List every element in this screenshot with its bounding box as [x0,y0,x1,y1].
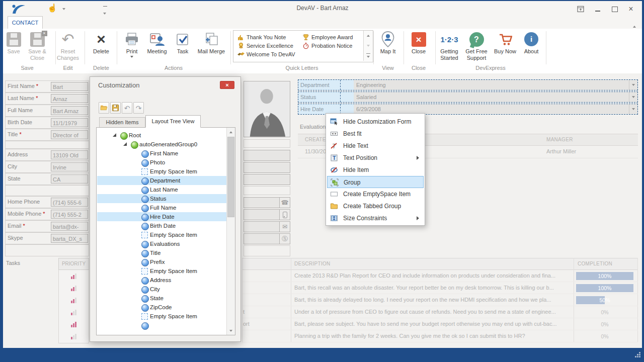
menu-item-best-fit[interactable]: Best fit [327,128,424,140]
dropdown-button[interactable] [629,104,637,114]
tree-node-city[interactable]: City [97,285,226,294]
delete-button[interactable]: × Delete [87,30,115,65]
tree-node-full-name[interactable]: Full Name [97,203,226,212]
scroll-down-button[interactable] [227,326,235,335]
tree-scrollbar[interactable] [226,128,235,335]
tree-node-address[interactable]: Address [97,276,226,285]
column-header-description[interactable]: DESCRIPTION [294,261,331,266]
quick-letter-thank-you-note[interactable]: Thank You Note [237,33,286,41]
tree-node-first-name[interactable]: First Name [97,149,226,158]
dialog-close-button[interactable]: × [220,81,234,89]
field-input-title[interactable]: Director of [51,130,88,139]
quick-letter-service-excellence[interactable]: Service Excellence [237,42,293,50]
save-button[interactable]: Save [3,30,25,65]
task-priority-cell[interactable] [58,318,89,330]
map-it-button[interactable]: Map It [375,30,401,65]
expander-icon[interactable] [123,142,127,146]
field-input-state[interactable]: CA [51,174,88,184]
task-priority-cell[interactable] [58,330,89,342]
menu-item-create-emptyspace-item[interactable]: Create EmptySpace Item [327,188,424,200]
field-box[interactable] [244,174,290,185]
get-free-support-button[interactable]: ? Get Free Support [463,30,490,65]
task-row[interactable]: Bart, this is already delayed too long. … [243,294,638,306]
field-input-full-name[interactable]: Bart Arnaz [51,106,88,115]
tree-node-status[interactable]: Status [97,194,226,203]
toolbar-redo-button[interactable]: ↷ [133,102,144,114]
tree-node-hire-date[interactable]: Hire Date [97,212,226,221]
task-row[interactable]: Bart, this recall was an absolute disast… [243,282,638,294]
tab-contact[interactable]: CONTACT [8,16,43,29]
tree-node-prefix[interactable]: Prefix [97,257,226,266]
tree-node-empty-space-item[interactable]: Empty Space Item [97,266,226,276]
task-row[interactable]: ortBart, please see subject. You have to… [243,318,638,330]
about-button[interactable]: i About [519,30,543,65]
expander-icon[interactable] [113,133,116,137]
gallery-expand-button[interactable] [364,51,373,61]
layout-item-department[interactable]: DepartmentEngineering [298,79,638,90]
field-input-skype[interactable]: barta_DX_s [51,234,88,243]
skype-box[interactable]: Ⓢ [244,233,290,244]
resize-grip[interactable] [634,351,641,360]
field-input-last-name[interactable]: Arnaz [51,94,88,103]
tree-node-zipcode[interactable]: ZipCode [97,303,226,312]
field-input-birth-date[interactable]: 11/1/1979 [51,118,88,127]
tab-layout-tree-view[interactable]: Layout Tree View [145,115,201,128]
ribbon-display-options-button[interactable] [574,4,588,14]
scrollbar-thumb[interactable] [227,137,234,217]
task-row[interactable]: tUnder a lot of pressure from CEO to fig… [243,306,638,318]
dropdown-button[interactable] [629,80,637,90]
tree-node-photo[interactable]: Photo [97,158,226,167]
tree-node-birth-date[interactable]: Birth Date [97,221,226,230]
menu-item-create-tabbed-group[interactable]: Create Tabbed Group [327,200,424,212]
tree-node-title[interactable]: Title [97,248,226,257]
field-box[interactable] [244,162,290,173]
toolbar-undo-button[interactable]: ↶ [122,102,132,114]
priority-column-header[interactable]: PRIORITY [58,258,89,270]
contact-photo[interactable] [244,81,290,137]
mobile-phone-box[interactable] [244,209,290,220]
getting-started-button[interactable]: 1·2·3 Getting Started [436,30,462,65]
menu-item-hide-customization-form[interactable]: Hide Customization Form [327,116,424,128]
buy-now-button[interactable]: Buy Now [491,30,520,65]
menu-item-hide-item[interactable]: Hide Item [327,164,424,176]
field-box[interactable] [244,150,290,161]
field-input-mobile-phone[interactable]: (714) 555-2 [51,210,88,219]
task-button[interactable]: Task [172,30,194,65]
task-priority-cell[interactable] [58,306,89,318]
tree-node-item[interactable] [97,321,226,330]
scroll-up-button[interactable] [227,128,235,136]
field-input-first-name[interactable]: Bart [51,82,88,91]
close-window-button[interactable]: × [624,4,638,14]
quick-letter-employee-award[interactable]: Employee Award [302,33,353,41]
toolbar-save-button[interactable] [110,102,121,114]
close-record-button[interactable]: × Close [406,30,432,65]
menu-item-group[interactable]: Group [327,176,424,188]
task-priority-cell[interactable] [58,270,89,282]
tab-hidden-items[interactable]: Hidden Items [99,117,145,128]
column-header-completion[interactable]: COMPLETION [578,261,612,266]
field-input-home-phone[interactable]: (714) 555-6 [51,198,88,207]
email-box[interactable]: ✉ [244,221,290,232]
print-button[interactable]: Print [121,30,143,65]
tree-node-last-name[interactable]: Last Name [97,185,226,194]
task-priority-cell[interactable] [58,294,89,306]
task-row[interactable]: Create 2013 R&D Plan Report for CEO and … [243,270,638,282]
quick-letter-welcome-to-devav[interactable]: Welcome To DevAV [237,50,295,58]
menu-item-text-position[interactable]: TText Position [327,152,424,164]
maximize-button[interactable] [608,4,622,14]
tree-node-empty-space-item[interactable]: Empty Space Item [97,312,226,321]
column-header-manager[interactable]: MANAGER [546,137,573,142]
task-row[interactable]: Planning a trip with the family for 2 we… [243,330,638,342]
tree-node-empty-space-item[interactable]: Empty Space Item [97,167,226,176]
meeting-button[interactable]: Meeting [144,30,170,65]
minimize-button[interactable] [591,4,605,14]
quick-letter-probation-notice[interactable]: Probation Notice [302,42,352,50]
field-input-email[interactable]: barta@dx- [51,222,88,231]
layout-item-status[interactable]: StatusSalaried [298,92,638,103]
save-and-close-button[interactable]: × Save & Close [25,30,49,65]
field-input-address[interactable]: 13109 Old [51,150,88,159]
tree-node-empty-space-item[interactable]: Empty Space Item [97,230,226,239]
field-input-city[interactable]: Irvine [51,162,88,171]
task-priority-cell[interactable] [58,282,89,294]
menu-item-size-constraints[interactable]: Size Constraints [327,212,424,224]
